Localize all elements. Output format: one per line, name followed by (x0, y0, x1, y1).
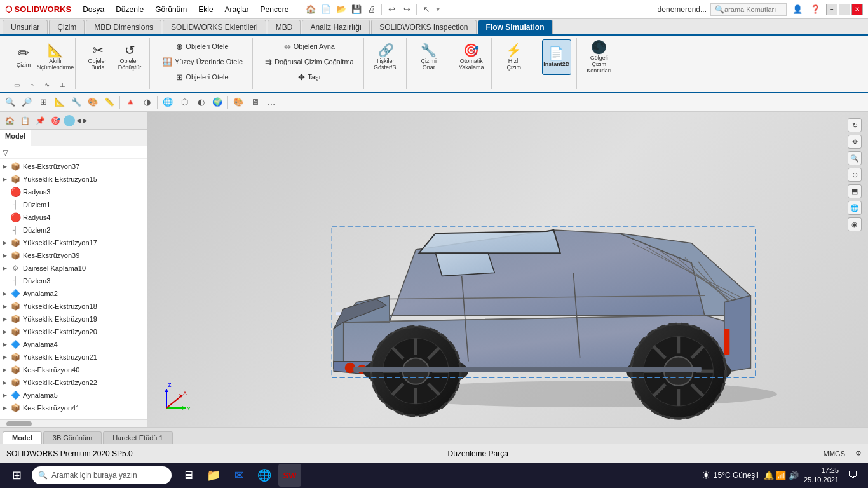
view-measure[interactable]: 📐 (52, 95, 67, 110)
tab-sw-eklentileri[interactable]: SOLIDWORKS Eklentileri (163, 20, 266, 34)
tree-item-kes37[interactable]: ▶ 📦 Kes-Ekstrüzyon37 (0, 160, 147, 173)
taskbar-sw[interactable]: SW (278, 464, 301, 487)
ribbon-btn-hizli-cizim[interactable]: ⚡ HızlıÇizim (499, 39, 529, 75)
qa-undo[interactable]: ↩ (384, 3, 398, 17)
minimize-button[interactable]: − (826, 4, 837, 15)
tree-item-yuk17[interactable]: ▶ 📦 Yükseklik-Ekstrüzyon17 (0, 236, 147, 249)
taskbar-view[interactable]: 🖥 (177, 464, 200, 487)
view-zoom-in[interactable]: 🔍 (3, 95, 18, 110)
draw-extra3[interactable]: ∿ (40, 78, 54, 92)
view-color[interactable]: 🎨 (231, 95, 246, 110)
panel-arrow-right[interactable]: ▶ (83, 117, 88, 124)
view-tool[interactable]: 🔧 (69, 95, 84, 110)
menu-duzenle[interactable]: Düzenle (111, 3, 149, 16)
tree-item-duz1[interactable]: ┤ Düzlem1 (0, 198, 147, 211)
command-search[interactable]: 🔍 (710, 3, 787, 16)
view-extra[interactable]: … (264, 95, 279, 110)
ribbon-btn-onar[interactable]: 🔧 ÇizimiOnar (414, 39, 444, 75)
tab-flow-simulation[interactable]: Flow Simulation (478, 20, 553, 34)
3d-viewport[interactable]: Y Z X ↻ ✥ 🔍 ⊙ ⬒ 🌐 ◉ (147, 112, 868, 427)
view-shaded[interactable]: 🔺 (123, 95, 138, 110)
tab-mbd-dimensions[interactable]: MBD Dimensions (86, 20, 161, 34)
tree-item-aynalama4[interactable]: ▶ 🔷 Aynalama4 (0, 338, 147, 351)
qa-open[interactable]: 📂 (334, 3, 348, 17)
user-icon[interactable]: 👤 (790, 3, 804, 17)
tree-item-kes40[interactable]: ▶ 📦 Kes-Ekstrüzyon40 (0, 363, 147, 376)
view-rotate[interactable]: ↻ (848, 118, 862, 132)
taskbar-mail[interactable]: ✉ (227, 464, 250, 487)
tab-cizim[interactable]: Çizim (49, 20, 85, 34)
tab-mbd[interactable]: MBD (268, 20, 301, 34)
draw-extra4[interactable]: ⊥ (55, 78, 69, 92)
tab-unsurlar[interactable]: Unsurlar (3, 20, 48, 34)
tree-item-kes39[interactable]: ▶ 📦 Kes-Ekstrüzyon39 (0, 249, 147, 262)
ribbon-btn-otele1[interactable]: ⊕ Objeleri Otele (172, 39, 233, 53)
ribbon-btn-iliskiler[interactable]: 🔗 İlişkileriGöster/Sil (372, 39, 401, 75)
tree-item-rad3[interactable]: 🔴 Radyus3 (0, 186, 147, 198)
draw-extra1[interactable]: ▭ (10, 78, 24, 92)
tree-item-duz2[interactable]: ┤ Düzlem2 (0, 224, 147, 236)
taskbar-search[interactable]: 🔍 Aramak için buraya yazın (32, 466, 172, 484)
menu-pencere[interactable]: Pencere (255, 3, 294, 16)
tree-item-yuk21[interactable]: ▶ 📦 Yükseklik-Ekstrüzyon21 (0, 351, 147, 363)
taskbar-edge[interactable]: 🌐 (253, 464, 276, 487)
panel-tab-model[interactable]: Model (0, 130, 31, 146)
ribbon-btn-cizim[interactable]: ✏ Çizim (9, 39, 38, 75)
system-clock[interactable]: 17:25 25.10.2021 (804, 466, 839, 485)
ribbon-btn-yakalama[interactable]: 🎯 OtomatikYakalama (457, 39, 486, 75)
tree-item-yuk20[interactable]: ▶ 📦 Yükseklik-Ekstrüzyon20 (0, 325, 147, 338)
view-appearance-ctrl[interactable]: 🌐 (848, 201, 862, 215)
tree-item-yuk19[interactable]: ▶ 📦 Yükseklik-Ekstrüzyon19 (0, 313, 147, 325)
ribbon-btn-linear[interactable]: ⇉ Doğrusal Çizim Çoğaltma (261, 55, 358, 69)
tree-item-aynalama2[interactable]: ▶ 🔷 Aynalama2 (0, 287, 147, 300)
ribbon-btn-ayna[interactable]: ⇔ Objeleri Ayna (280, 39, 339, 53)
view-render[interactable]: ◉ (848, 217, 862, 231)
draw-extra2[interactable]: ○ (25, 78, 39, 92)
panel-target[interactable]: 🎯 (48, 114, 62, 128)
view-zoom-ctrl[interactable]: 🔍 (848, 151, 862, 165)
notification-button[interactable]: 🗨 (844, 466, 862, 484)
menu-dosya[interactable]: Dosya (78, 3, 109, 16)
settings-icon[interactable]: ⚙ (855, 449, 862, 458)
view-fit[interactable]: ⊞ (36, 95, 51, 110)
tree-item-kes41[interactable]: ▶ 📦 Kes-Ekstrüzyon41 (0, 402, 147, 414)
tree-item-duz3[interactable]: ┤ Düzlem3 (0, 274, 147, 287)
panel-home[interactable]: 🏠 (3, 114, 17, 128)
ribbon-btn-akilli-olcum[interactable]: 📐 Akıllıölçümlendirme (41, 39, 70, 75)
tab-sw-inspection[interactable]: SOLIDWORKS Inspection (371, 20, 476, 34)
view-half-circle[interactable]: ◐ (193, 95, 208, 110)
view-shaded2[interactable]: ◑ (139, 95, 154, 110)
menu-gorunum[interactable]: Görünüm (150, 3, 192, 16)
ribbon-btn-objeler-donustur[interactable]: ↺ ObjeleriDönüştür (115, 39, 144, 75)
tree-hscroll[interactable] (0, 419, 147, 427)
tab-hareket-etudu[interactable]: Hareket Etüdü 1 (103, 431, 173, 444)
ribbon-btn-instant2d[interactable]: 📄 Instant2D (542, 39, 571, 75)
tab-model[interactable]: Model (3, 431, 42, 444)
view-section[interactable]: 📏 (102, 95, 117, 110)
panel-pin[interactable]: 📌 (33, 114, 47, 128)
ribbon-btn-golgeli[interactable]: 🌑 GölgeliÇizimKonturları (585, 39, 614, 75)
tree-item-yuk15[interactable]: ▶ 📦 Yükseklik-Ekstrüzyon15 (0, 173, 147, 186)
close-button[interactable]: ✕ (851, 4, 863, 15)
view-pan[interactable]: ✥ (848, 135, 862, 149)
qa-redo[interactable]: ↪ (400, 3, 414, 17)
restore-button[interactable]: □ (839, 4, 850, 15)
taskbar-explorer[interactable]: 📁 (202, 464, 225, 487)
ribbon-btn-tasi[interactable]: ✥ Taşı (294, 70, 325, 84)
tab-analiz[interactable]: Analiz Hazırlığı (302, 20, 370, 34)
view-normal[interactable]: ⊙ (848, 168, 862, 182)
view-hexagon[interactable]: ⬡ (177, 95, 192, 110)
qa-select[interactable]: ↖ (419, 3, 433, 17)
tree-item-dairesel10[interactable]: ▶ ⚙ Dairesel Kaplama10 (0, 262, 147, 274)
panel-color[interactable] (64, 115, 75, 126)
panel-arrow-left[interactable]: ◀ (76, 117, 81, 124)
view-display[interactable]: 🖥 (247, 95, 262, 110)
view-zoom-out[interactable]: 🔎 (19, 95, 34, 110)
qa-print[interactable]: 🖨 (365, 3, 379, 17)
menu-araclar[interactable]: Araçlar (220, 3, 254, 16)
tab-3b-gorunum[interactable]: 3B Görünüm (43, 431, 102, 444)
view-3d[interactable]: 🌐 (160, 95, 175, 110)
view-globe[interactable]: 🌍 (210, 95, 225, 110)
ribbon-btn-otele2[interactable]: ⊞ Objeleri Otele (172, 70, 233, 84)
ribbon-btn-yuzey-otele[interactable]: 🪟 Yüzey Üzerinde Otele (158, 55, 247, 69)
